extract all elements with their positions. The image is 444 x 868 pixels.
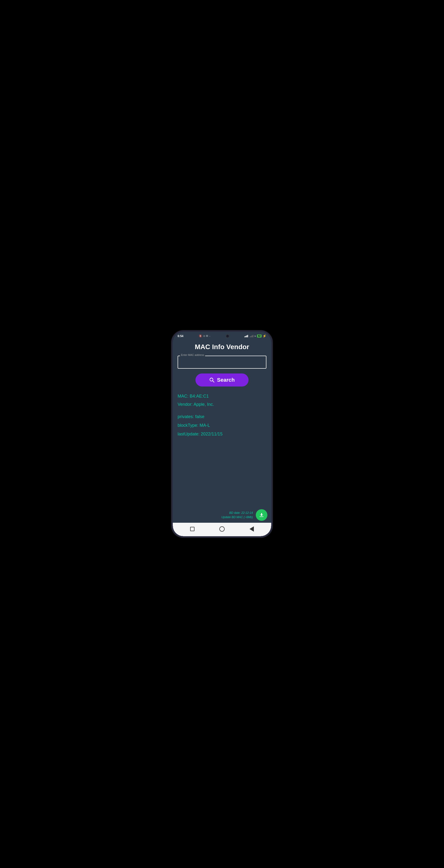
- wifi-icon: ≈: [254, 334, 256, 338]
- back-icon: [249, 526, 254, 532]
- app-title: MAC Info Vendor: [178, 343, 266, 351]
- home-icon: [219, 526, 225, 532]
- camera-notch: [226, 334, 229, 338]
- alarm-icon: ⊙: [203, 335, 205, 337]
- signal-bar-3: [246, 335, 247, 337]
- db-update: Update BD MAC (~6Mb): [221, 515, 253, 519]
- signal-bar-8: [253, 335, 254, 337]
- result-privates: privates: false: [178, 412, 266, 421]
- result-mac: MAC: B4:AE:C1: [178, 392, 266, 400]
- search-button-label: Search: [217, 377, 235, 383]
- status-icons: 🔇 ⊙ M ··: [199, 334, 210, 338]
- phone-device: 6:54 🔇 ⊙ M ··: [171, 330, 273, 538]
- signal-bars-2: [250, 335, 254, 337]
- signal-bar-4: [247, 335, 248, 337]
- battery-indicator: 82: [257, 334, 262, 338]
- app-content: MAC Info Vendor Enter MAC address Search…: [173, 339, 271, 507]
- signal-bar-7: [252, 335, 253, 337]
- recent-icon: [190, 527, 195, 531]
- gmail-icon: M: [206, 335, 208, 337]
- signal-bar-5: [250, 336, 250, 337]
- signal-bars: [244, 335, 248, 337]
- search-button[interactable]: Search: [196, 373, 248, 386]
- svg-rect-2: [260, 517, 264, 517]
- db-date: BD date: 22-12-14: [221, 511, 253, 515]
- dots-icon: ··: [209, 335, 210, 338]
- volume-down-button: [171, 395, 172, 404]
- charging-icon: ⚡: [263, 334, 266, 338]
- result-last-update: lastUpdate: 2022/11/15: [178, 430, 266, 438]
- mac-input-wrapper: Enter MAC address: [178, 355, 266, 369]
- download-fab-button[interactable]: [256, 509, 267, 521]
- status-time: 6:54: [178, 334, 183, 338]
- back-button[interactable]: [248, 526, 255, 532]
- signal-bar-2: [245, 336, 246, 337]
- mac-input-label: Enter MAC address: [180, 353, 205, 356]
- recent-apps-button[interactable]: [189, 526, 196, 532]
- volume-up-button: [171, 380, 172, 390]
- db-info: BD date: 22-12-14 Update BD MAC (~6Mb): [221, 511, 253, 519]
- download-icon: [259, 512, 264, 518]
- nav-bar: [173, 523, 271, 536]
- mac-address-input[interactable]: [178, 355, 266, 369]
- result-block-type: blockType: MA-L: [178, 421, 266, 430]
- result-vendor: Vendor: Apple, Inc.: [178, 401, 266, 408]
- signal-bar-6: [251, 336, 251, 337]
- bottom-info-bar: BD date: 22-12-14 Update BD MAC (~6Mb): [173, 507, 271, 523]
- home-button[interactable]: [218, 526, 226, 532]
- status-bar: 6:54 🔇 ⊙ M ··: [173, 332, 271, 339]
- result-section: MAC: B4:AE:C1 Vendor: Apple, Inc. privat…: [178, 392, 266, 438]
- svg-line-1: [213, 381, 214, 382]
- phone-screen: 6:54 🔇 ⊙ M ··: [173, 332, 271, 536]
- mute-icon: 🔇: [199, 334, 202, 338]
- signal-bar-1: [244, 336, 245, 337]
- status-right: ≈ 82 ⚡: [244, 334, 266, 338]
- search-icon: [209, 377, 214, 383]
- result-details: privates: false blockType: MA-L lastUpda…: [178, 412, 266, 438]
